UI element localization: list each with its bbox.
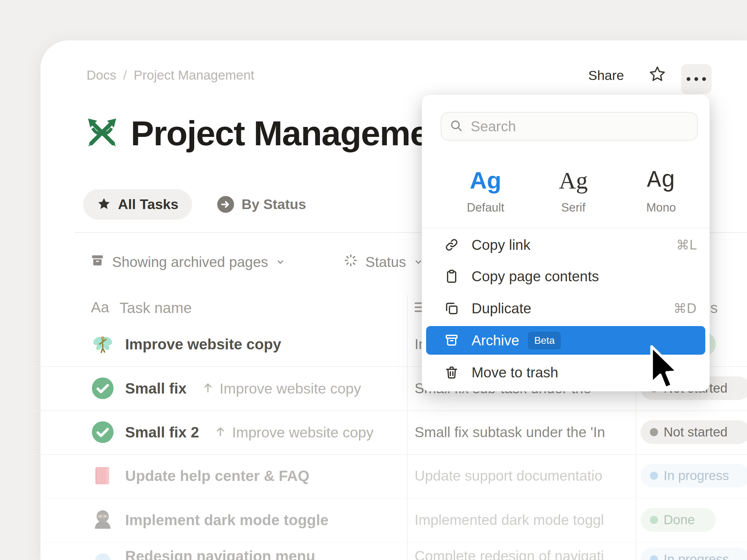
check-emoji — [90, 376, 115, 401]
search-input[interactable] — [470, 117, 689, 135]
clipboard-icon — [444, 269, 459, 284]
share-button[interactable]: Share — [588, 68, 624, 83]
task-description: Complete redesign of navigati — [415, 542, 629, 560]
table-row[interactable]: Small fix 2 Improve website copy Small f… — [0, 410, 747, 455]
task-title[interactable]: Improve website copy — [125, 336, 281, 353]
status-burst-icon — [344, 253, 358, 271]
task-title[interactable]: Update help center & FAQ — [125, 467, 309, 484]
arrow-up-icon — [213, 424, 228, 440]
check-emoji — [90, 420, 115, 445]
status-badge[interactable]: Done — [641, 508, 716, 532]
parent-task-ref[interactable]: Improve website copy — [201, 380, 361, 397]
task-description: Update support documentatio — [415, 454, 629, 498]
tab-all-tasks[interactable]: All Tasks — [83, 189, 192, 220]
mouse-cursor — [648, 345, 679, 394]
favorite-button[interactable] — [647, 65, 667, 85]
status-badge[interactable]: In progress — [641, 548, 747, 560]
chevron-down-icon — [276, 254, 285, 270]
task-title[interactable]: Small fix 2 — [125, 424, 199, 441]
red-book-emoji — [90, 463, 115, 488]
menu-item-duplicate[interactable]: Duplicate ⌘D — [426, 293, 705, 323]
archive-icon — [444, 333, 459, 348]
task-title[interactable]: Small fix — [125, 380, 186, 397]
blue-cap-emoji — [90, 548, 115, 560]
tab-by-status-label: By Status — [241, 196, 306, 212]
archived-filter[interactable]: Showing archived pages — [90, 253, 285, 271]
tab-by-status[interactable]: By Status — [217, 189, 306, 220]
title-property-icon: Aa — [91, 299, 109, 316]
font-option-default[interactable]: Ag Default — [455, 161, 517, 226]
archived-filter-label: Showing archived pages — [112, 254, 268, 270]
column-header-task-name[interactable]: Task name — [120, 299, 192, 316]
ellipsis-icon — [687, 77, 690, 81]
parent-task-ref[interactable]: Improve website copy — [213, 424, 374, 441]
task-description: Implemented dark mode toggl — [415, 498, 629, 542]
font-option-serif[interactable]: Ag Serif — [542, 161, 604, 226]
breadcrumb: Docs / Project Management — [86, 68, 254, 83]
font-option-mono[interactable]: Ag Mono — [630, 161, 692, 226]
status-badge[interactable]: Not started — [641, 420, 747, 444]
table-row-archived[interactable]: Redesign navigation menu Complete redesi… — [0, 542, 747, 560]
page-icon-crossed-arrows[interactable] — [83, 114, 121, 151]
archive-box-icon — [90, 253, 105, 271]
menu-item-copy-page-contents[interactable]: Copy page contents — [426, 261, 705, 291]
duplicate-icon — [444, 301, 459, 316]
task-title[interactable]: Implement dark mode toggle — [125, 511, 328, 529]
table-row-archived[interactable]: Implement dark mode toggle Implemented d… — [0, 498, 747, 542]
beta-badge: Beta — [528, 331, 561, 349]
arrow-circle-icon — [217, 196, 234, 213]
status-filter-label: Status — [365, 254, 406, 270]
star-outline-icon — [649, 65, 666, 84]
star-filled-icon — [97, 196, 111, 212]
ninja-emoji — [90, 507, 115, 532]
link-icon — [444, 237, 459, 252]
search-icon — [449, 119, 463, 134]
arrow-up-icon — [201, 380, 215, 396]
more-options-button[interactable] — [681, 64, 712, 94]
status-badge[interactable]: In progress — [641, 464, 747, 487]
breadcrumb-current[interactable]: Project Management — [133, 68, 254, 83]
menu-item-copy-link[interactable]: Copy link ⌘L — [426, 230, 705, 260]
page-title: Project Management — [131, 113, 460, 153]
tab-all-tasks-label: All Tasks — [118, 196, 178, 212]
trash-icon — [444, 365, 459, 380]
status-filter[interactable]: Status — [344, 253, 423, 271]
table-row-archived[interactable]: Update help center & FAQ Update support … — [0, 454, 747, 499]
breadcrumb-docs[interactable]: Docs — [86, 68, 117, 83]
notion-window: Docs / Project Management Share — [0, 0, 747, 560]
breadcrumb-separator: / — [123, 68, 127, 83]
menu-search[interactable] — [441, 112, 698, 141]
task-title[interactable]: Redesign navigation menu — [125, 548, 315, 560]
menu-separator — [422, 228, 710, 229]
fairy-emoji — [90, 331, 115, 356]
task-description: Small fix subtask under the 'In — [415, 410, 629, 454]
